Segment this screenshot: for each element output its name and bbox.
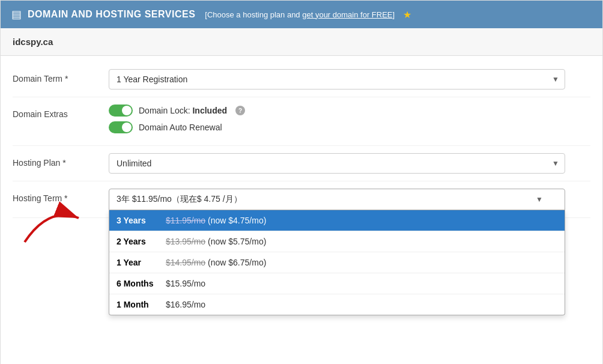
option-term: 1 Year xyxy=(117,258,159,267)
subtitle-prefix: [Choose a hosting plan and xyxy=(205,10,302,19)
form-area: Domain Term * 1 Year Registration ▼ Doma… xyxy=(1,56,602,364)
domain-term-select[interactable]: 1 Year Registration xyxy=(109,69,565,89)
option-term: 1 Month xyxy=(117,300,159,309)
server-icon: ▤ xyxy=(11,8,22,21)
option-price: $15.95/mo xyxy=(166,279,557,288)
hosting-plan-control: Unlimited ▼ xyxy=(109,153,590,174)
domain-renewal-row: Domain Auto Renewal xyxy=(109,121,590,133)
hosting-term-option-6months[interactable]: 6 Months $15.95/mo xyxy=(109,273,565,294)
domain-name-banner: idcspy.ca xyxy=(1,28,602,56)
domain-extras-label: Domain Extras xyxy=(13,105,109,119)
domain-lock-label: Domain Lock: Included xyxy=(139,106,227,115)
subtitle-suffix: ] xyxy=(393,10,395,19)
hosting-term-box[interactable]: 3年 $11.95/mo（现在$ 4.75 /月） ▼ xyxy=(109,189,565,210)
domain-lock-toggle[interactable] xyxy=(109,105,133,117)
hosting-plan-label: Hosting Plan * xyxy=(13,153,109,168)
domain-lock-info-icon[interactable]: ? xyxy=(235,106,245,115)
option-price: $14.95/mo (now $6.75/mo) xyxy=(166,258,557,267)
hosting-term-option-3years[interactable]: 3 Years $11.95/mo (now $4.75/mo) xyxy=(109,210,565,231)
option-strike-price: $14.95/mo xyxy=(166,258,205,267)
page-title: DOMAIN AND HOSTING SERVICES xyxy=(28,9,195,20)
hosting-term-row: Hosting Term * 3年 $11.95/mo（现在$ 4.75 /月）… xyxy=(13,181,590,218)
hosting-term-option-1month[interactable]: 1 Month $16.95/mo xyxy=(109,294,565,315)
domain-lock-text: Domain Lock: xyxy=(139,106,190,115)
option-price: $11.95/mo (now $4.75/mo) xyxy=(166,216,557,225)
star-icon: ★ xyxy=(403,9,411,20)
hosting-term-dropdown: 3 Years $11.95/mo (now $4.75/mo) 2 Years… xyxy=(109,210,565,315)
domain-lock-included: Included xyxy=(192,106,227,115)
toggle-thumb xyxy=(122,106,132,115)
option-now-price: (now $5.75/mo) xyxy=(208,237,266,246)
free-domain-link[interactable]: get your domain for FREE xyxy=(302,10,392,19)
hosting-term-control: 3年 $11.95/mo（现在$ 4.75 /月） ▼ 3 Years $11.… xyxy=(109,189,590,210)
domain-lock-row: Domain Lock: Included ? xyxy=(109,105,590,117)
domain-term-select-wrapper: 1 Year Registration ▼ xyxy=(109,69,565,89)
option-price: $13.95/mo (now $5.75/mo) xyxy=(166,237,557,246)
red-arrow-annotation xyxy=(19,200,91,250)
option-term: 3 Years xyxy=(117,216,159,225)
option-price: $16.95/mo xyxy=(166,300,557,309)
option-strike-price: $11.95/mo xyxy=(166,216,205,225)
domain-renewal-toggle[interactable] xyxy=(109,121,133,133)
hosting-plan-select-wrapper: Unlimited ▼ xyxy=(109,153,565,174)
page-header: ▤ DOMAIN AND HOSTING SERVICES [Choose a … xyxy=(1,1,602,28)
option-term: 6 Months xyxy=(117,279,159,288)
domain-extras-control: Domain Lock: Included ? Domain Auto Rene… xyxy=(109,105,590,138)
hosting-term-option-1year[interactable]: 1 Year $14.95/mo (now $6.75/mo) xyxy=(109,252,565,273)
hosting-plan-select[interactable]: Unlimited xyxy=(109,153,565,174)
hosting-term-arrow-icon: ▼ xyxy=(536,195,543,204)
toggle-track xyxy=(109,105,133,117)
domain-term-label: Domain Term * xyxy=(13,69,109,83)
renewal-toggle-thumb xyxy=(122,123,132,132)
domain-renewal-label: Domain Auto Renewal xyxy=(139,123,222,132)
hosting-plan-row: Hosting Plan * Unlimited ▼ xyxy=(13,146,590,181)
hosting-term-option-2years[interactable]: 2 Years $13.95/mo (now $5.75/mo) xyxy=(109,231,565,252)
option-strike-price: $13.95/mo xyxy=(166,237,205,246)
hosting-term-display-value: 3年 $11.95/mo（现在$ 4.75 /月） xyxy=(117,194,242,205)
header-subtitle: [Choose a hosting plan and get your doma… xyxy=(205,10,395,19)
renewal-toggle-track xyxy=(109,121,133,133)
option-now-price: (now $4.75/mo) xyxy=(208,216,266,225)
domain-term-row: Domain Term * 1 Year Registration ▼ xyxy=(13,62,590,97)
option-now-price: (now $6.75/mo) xyxy=(208,258,266,267)
hosting-term-select-display: 3年 $11.95/mo（现在$ 4.75 /月） ▼ 3 Years $11.… xyxy=(109,189,565,210)
option-term: 2 Years xyxy=(117,237,159,246)
domain-term-control: 1 Year Registration ▼ xyxy=(109,69,590,89)
domain-extras-row: Domain Extras Domain Lock: Included ? xyxy=(13,97,590,146)
